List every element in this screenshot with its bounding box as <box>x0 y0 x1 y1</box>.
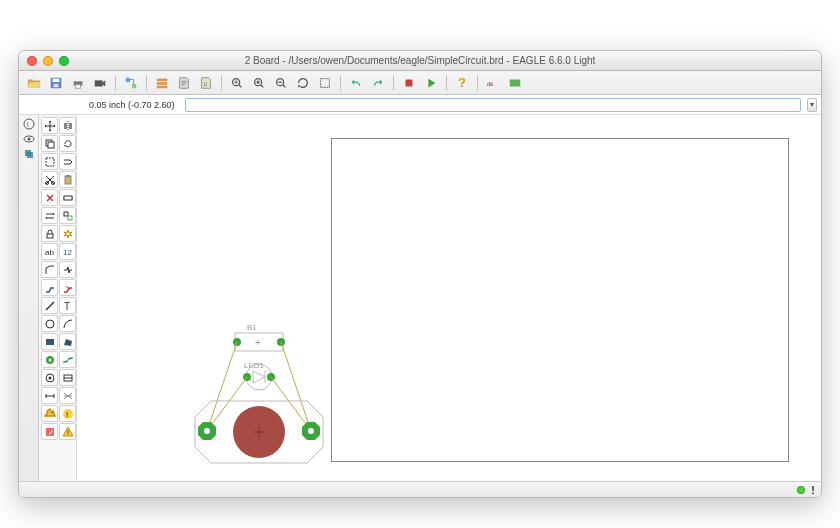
undo-icon[interactable] <box>347 74 365 92</box>
copy-icon[interactable] <box>41 135 58 152</box>
dimension-icon[interactable] <box>41 387 58 404</box>
toolbar-separator <box>221 75 222 91</box>
route-icon[interactable] <box>41 279 58 296</box>
add-icon[interactable] <box>59 189 76 206</box>
eye-icon[interactable] <box>21 132 37 146</box>
svg-rect-8 <box>132 83 136 87</box>
status-bar: ! <box>19 481 821 497</box>
arc-icon[interactable] <box>59 315 76 332</box>
view-bar: i <box>19 115 39 481</box>
change-icon[interactable] <box>59 153 76 170</box>
attribute-icon[interactable] <box>59 369 76 386</box>
open-icon[interactable] <box>25 74 43 92</box>
minimize-button[interactable] <box>43 56 53 66</box>
svg-text:!: ! <box>66 410 68 419</box>
paste-icon[interactable] <box>59 171 76 188</box>
rotate-icon[interactable] <box>59 135 76 152</box>
toolbar-separator <box>446 75 447 91</box>
lock-icon[interactable] <box>41 225 58 242</box>
vendor-icon-1[interactable]: dk <box>484 74 502 92</box>
plus-label: + <box>255 337 261 348</box>
svg-rect-27 <box>48 142 54 148</box>
signal-icon[interactable] <box>59 351 76 368</box>
cut-icon[interactable] <box>41 171 58 188</box>
via-icon[interactable] <box>41 351 58 368</box>
board-outline <box>331 138 789 462</box>
command-input[interactable] <box>185 98 801 112</box>
errors-icon[interactable]: ! <box>59 423 76 440</box>
toolbar-separator <box>393 75 394 91</box>
toolbar-separator <box>146 75 147 91</box>
svg-text:dk: dk <box>487 79 494 86</box>
help-icon[interactable]: ? <box>453 74 471 92</box>
svg-rect-35 <box>68 216 72 220</box>
print-icon[interactable] <box>69 74 87 92</box>
window-title: 2 Board - /Users/owen/Documents/eagle/Si… <box>19 55 821 66</box>
svg-point-47 <box>48 376 51 379</box>
svg-point-20 <box>24 119 34 129</box>
auto-icon[interactable] <box>41 405 58 422</box>
erc-icon[interactable]: ! <box>59 405 76 422</box>
vendor-icon-2[interactable] <box>506 74 524 92</box>
text-icon[interactable]: T <box>59 297 76 314</box>
app-window: 2 Board - /Users/owen/Documents/eagle/Si… <box>18 50 822 498</box>
cam-icon[interactable] <box>91 74 109 92</box>
save-icon[interactable] <box>47 74 65 92</box>
traffic-lights <box>19 56 69 66</box>
svg-point-69 <box>204 428 210 434</box>
zoom-button[interactable] <box>59 56 69 66</box>
hole-icon[interactable] <box>41 369 58 386</box>
comp-label-b1: B1 <box>247 323 257 332</box>
value-icon[interactable]: 12 <box>59 243 76 260</box>
ripup-icon[interactable] <box>59 279 76 296</box>
svg-rect-10 <box>157 82 168 85</box>
circle-icon[interactable] <box>41 315 58 332</box>
svg-text:T: T <box>64 301 70 312</box>
svg-rect-7 <box>126 77 130 81</box>
info-icon[interactable]: i <box>21 117 37 131</box>
zoom-out-icon[interactable] <box>272 74 290 92</box>
board-schematic-icon[interactable] <box>122 74 140 92</box>
stop-icon[interactable] <box>400 74 418 92</box>
zoom-redraw-icon[interactable] <box>294 74 312 92</box>
command-dropdown[interactable]: ▼ <box>807 98 817 112</box>
zoom-select-icon[interactable] <box>316 74 334 92</box>
pinswap-icon[interactable] <box>41 207 58 224</box>
redo-icon[interactable] <box>369 74 387 92</box>
rect-icon[interactable] <box>41 333 58 350</box>
svg-rect-19 <box>510 79 521 86</box>
mirror-icon[interactable] <box>59 117 76 134</box>
go-icon[interactable] <box>422 74 440 92</box>
zoom-in-icon[interactable] <box>250 74 268 92</box>
command-row: 0.05 inch (-0.70 2.60) ▼ <box>19 95 821 115</box>
status-alert-icon[interactable]: ! <box>811 484 815 496</box>
toolbar-separator <box>477 75 478 91</box>
script-icon[interactable] <box>175 74 193 92</box>
drc-icon[interactable]: ✓ <box>41 423 58 440</box>
polygon-icon[interactable] <box>59 333 76 350</box>
board-canvas[interactable]: B1 LED1 + <box>77 115 821 481</box>
replace-icon[interactable] <box>59 207 76 224</box>
split-icon[interactable] <box>59 261 76 278</box>
component-cluster: B1 LED1 + <box>181 323 371 483</box>
layers-icon[interactable] <box>21 147 37 161</box>
delete-icon[interactable] <box>41 189 58 206</box>
smash-icon[interactable] <box>59 225 76 242</box>
zoom-fit-icon[interactable] <box>228 74 246 92</box>
svg-rect-5 <box>75 84 80 88</box>
library-icon[interactable] <box>153 74 171 92</box>
wire-icon[interactable] <box>41 297 58 314</box>
svg-rect-36 <box>47 234 53 238</box>
svg-rect-6 <box>95 80 103 86</box>
ratsnest-icon[interactable] <box>59 387 76 404</box>
move-icon[interactable] <box>41 117 58 134</box>
close-button[interactable] <box>27 56 37 66</box>
name-icon[interactable]: ab <box>41 243 58 260</box>
miter-icon[interactable] <box>41 261 58 278</box>
svg-text:i: i <box>27 120 29 129</box>
svg-point-40 <box>46 320 54 328</box>
svg-point-43 <box>48 358 51 361</box>
svg-text:12: 12 <box>63 248 72 257</box>
group-icon[interactable] <box>41 153 58 170</box>
ulp-icon[interactable]: U <box>197 74 215 92</box>
